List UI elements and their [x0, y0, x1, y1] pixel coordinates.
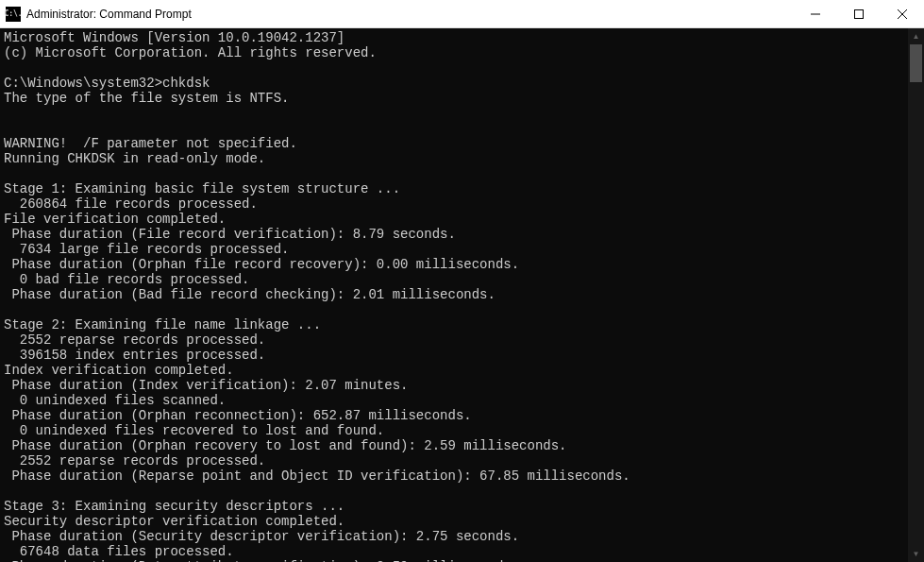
console-line: Stage 1: Examining basic file system str… [4, 181, 908, 196]
window-title: Administrator: Command Prompt [26, 8, 794, 21]
console-line: Phase duration (Security descriptor veri… [4, 529, 908, 544]
console-line: 260864 file records processed. [4, 196, 908, 212]
console-line: 2552 reparse records processed. [4, 332, 908, 348]
scrollbar-track[interactable] [908, 44, 924, 546]
console-line: C:\Windows\system32>chkdsk [4, 76, 908, 91]
close-icon [898, 9, 907, 19]
console-output[interactable]: Microsoft Windows [Version 10.0.19042.12… [0, 28, 908, 562]
scroll-down-arrow[interactable]: ▼ [908, 546, 924, 562]
console-line [4, 302, 908, 317]
console-line: 396158 index entries processed. [4, 348, 908, 363]
console-body: Microsoft Windows [Version 10.0.19042.12… [0, 28, 924, 562]
console-line: Stage 2: Examining file name linkage ... [4, 317, 908, 332]
console-line: File verification completed. [4, 212, 908, 227]
console-line: Index verification completed. [4, 363, 908, 378]
scrollbar-thumb[interactable] [910, 44, 922, 82]
console-line: Phase duration (Bad file record checking… [4, 287, 908, 302]
maximize-icon [854, 9, 864, 19]
maximize-button[interactable] [837, 0, 881, 28]
console-line: WARNING! /F parameter not specified. [4, 136, 908, 151]
console-line: Security descriptor verification complet… [4, 514, 908, 529]
console-line: Stage 3: Examining security descriptors … [4, 499, 908, 514]
console-line [4, 60, 908, 76]
console-line: 2552 reparse records processed. [4, 453, 908, 468]
console-line: (c) Microsoft Corporation. All rights re… [4, 45, 908, 60]
svg-rect-1 [855, 9, 864, 18]
close-button[interactable] [881, 0, 924, 28]
minimize-icon [811, 9, 820, 19]
vertical-scrollbar[interactable]: ▲ ▼ [908, 28, 924, 562]
scroll-up-arrow[interactable]: ▲ [908, 28, 924, 44]
console-line: Phase duration (Orphan file record recov… [4, 257, 908, 272]
console-line [4, 166, 908, 181]
window-controls [794, 0, 924, 28]
console-line: The type of the file system is NTFS. [4, 91, 908, 106]
minimize-button[interactable] [794, 0, 837, 28]
console-line: Microsoft Windows [Version 10.0.19042.12… [4, 30, 908, 45]
console-line: Phase duration (File record verification… [4, 227, 908, 242]
console-line: 7634 large file records processed. [4, 242, 908, 257]
cmd-icon: C:\. [6, 7, 21, 22]
console-line: Running CHKDSK in read-only mode. [4, 151, 908, 166]
console-line [4, 106, 908, 121]
console-line [4, 121, 908, 136]
console-line: 67648 data files processed. [4, 544, 908, 559]
console-line: Phase duration (Reparse point and Object… [4, 468, 908, 484]
console-line: Phase duration (Orphan recovery to lost … [4, 438, 908, 453]
console-line: 0 bad file records processed. [4, 272, 908, 287]
console-line: 0 unindexed files recovered to lost and … [4, 423, 908, 438]
console-line: Phase duration (Index verification): 2.0… [4, 378, 908, 393]
console-line: Phase duration (Orphan reconnection): 65… [4, 408, 908, 423]
console-line [4, 484, 908, 499]
window-titlebar: C:\. Administrator: Command Prompt [0, 0, 924, 28]
console-line: 0 unindexed files scanned. [4, 393, 908, 408]
